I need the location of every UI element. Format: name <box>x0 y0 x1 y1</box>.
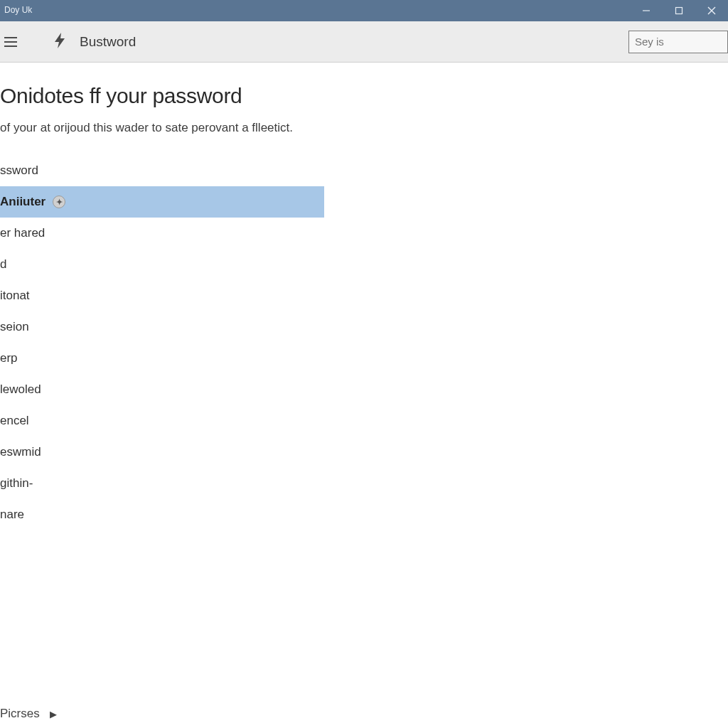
maximize-button[interactable] <box>663 0 695 21</box>
option-0[interactable]: ssword <box>0 155 324 186</box>
toolbar: Bustword <box>0 21 728 63</box>
content-area: Onidotes ff your password of your at ori… <box>0 63 728 728</box>
option-label: er hared <box>0 226 45 240</box>
option-7[interactable]: lewoled <box>0 374 324 405</box>
option-label: erp <box>0 351 18 365</box>
page-subtitle: of your at orijoud this wader to sate pe… <box>0 121 728 135</box>
page-title: Onidotes ff your password <box>0 84 728 108</box>
menu-icon[interactable] <box>4 33 21 50</box>
svg-marker-4 <box>55 33 65 48</box>
option-8[interactable]: encel <box>0 405 324 437</box>
option-label: githin- <box>0 476 33 491</box>
breadcrumb[interactable]: Bustword <box>80 34 136 50</box>
option-11[interactable]: nare <box>0 499 324 530</box>
svg-rect-1 <box>676 8 682 14</box>
titlebar: Doy Uk <box>0 0 728 21</box>
window-title: Doy Uk <box>4 5 32 16</box>
search-input[interactable] <box>635 36 728 48</box>
option-label: encel <box>0 414 29 428</box>
option-5[interactable]: seion <box>0 311 324 343</box>
option-4[interactable]: itonat <box>0 280 324 311</box>
shield-icon: ✦ <box>53 196 65 208</box>
option-label: Aniiuter <box>0 195 46 209</box>
option-label: seion <box>0 320 29 334</box>
option-label: d <box>0 257 6 272</box>
lightning-icon[interactable] <box>53 32 67 52</box>
option-label: nare <box>0 508 24 522</box>
option-label: eswmid <box>0 445 41 459</box>
close-button[interactable] <box>695 0 728 21</box>
footer-nav[interactable]: Picrses ▶ <box>0 707 57 721</box>
option-label: itonat <box>0 289 30 303</box>
option-1[interactable]: Aniiuter✦ <box>0 186 324 218</box>
option-label: lewoled <box>0 382 41 397</box>
option-10[interactable]: githin- <box>0 468 324 499</box>
option-6[interactable]: erp <box>0 343 324 374</box>
window-controls <box>630 0 728 21</box>
chevron-right-icon: ▶ <box>50 709 57 719</box>
minimize-button[interactable] <box>630 0 663 21</box>
option-list: sswordAniiuter✦er haredditonatseionerple… <box>0 155 728 530</box>
option-2[interactable]: er hared <box>0 218 324 249</box>
search-box[interactable] <box>628 31 728 53</box>
option-3[interactable]: d <box>0 249 324 280</box>
footer-label: Picrses <box>0 707 40 721</box>
option-label: ssword <box>0 164 38 178</box>
option-9[interactable]: eswmid <box>0 437 324 468</box>
